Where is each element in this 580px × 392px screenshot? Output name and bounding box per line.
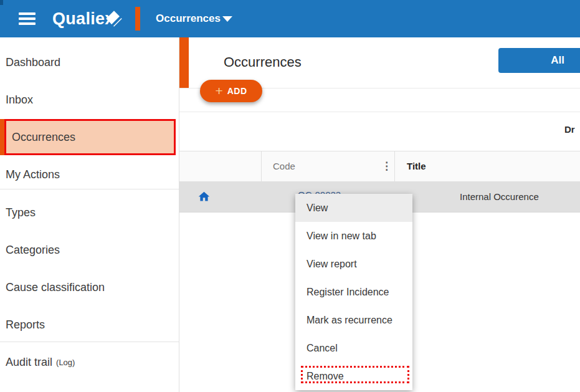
plus-icon: + (215, 84, 222, 97)
selected-item-accent-bar (0, 119, 4, 155)
sidebar-divider (0, 189, 179, 189)
sidebar-item-inbox[interactable]: Inbox (0, 82, 179, 118)
sidebar-item-types[interactable]: Types (0, 194, 179, 231)
header-divider (135, 7, 140, 31)
sidebar-item-occurrences[interactable]: Occurrences (4, 119, 176, 155)
sidebar-item-label: My Actions (6, 168, 60, 181)
column-separator (394, 151, 395, 181)
hamburger-menu-icon[interactable] (19, 12, 36, 25)
sidebar-item-suffix: (Log) (56, 358, 75, 367)
module-selector[interactable]: Occurrences (156, 0, 221, 37)
sidebar-item-dashboard[interactable]: Dashboard (0, 44, 179, 80)
page-accent-bar (179, 37, 189, 88)
home-icon[interactable] (197, 190, 211, 203)
column-header-title[interactable]: Title (407, 151, 426, 181)
context-menu-item-view[interactable]: View (295, 194, 412, 222)
column-header-code[interactable]: Code (273, 151, 295, 181)
sidebar-item-label: Cause classification (6, 281, 105, 294)
sidebar-item-label: Dashboard (6, 56, 60, 69)
corner-notch (0, 0, 3, 5)
sidebar-item-label: Reports (6, 318, 45, 332)
all-filter-button[interactable]: All (498, 48, 580, 73)
top-bar: Qualiex Occurrences (0, 0, 580, 37)
sidebar-item-label: Categories (6, 244, 60, 257)
add-button[interactable]: + ADD (200, 80, 262, 102)
context-menu: View View in new tab View report Registe… (295, 194, 412, 390)
row-title-cell: Internal Occurence (460, 181, 539, 213)
context-menu-item-cancel[interactable]: Cancel (295, 334, 412, 362)
qualiex-logo-icon (106, 11, 122, 27)
sidebar-item-label: Inbox (6, 93, 33, 107)
all-filter-label: All (551, 54, 564, 67)
table-header-row: Code ⋮ Title (179, 151, 580, 182)
sidebar: Dashboard Inbox Occurrences My Actions T… (0, 37, 179, 392)
page-title: Occurrences (224, 54, 302, 70)
context-menu-item-view-in-new-tab[interactable]: View in new tab (295, 222, 412, 250)
sidebar-divider (0, 342, 179, 342)
sidebar-item-categories[interactable]: Categories (0, 232, 179, 268)
context-menu-item-register-incidence[interactable]: Register Incidence (295, 278, 412, 306)
sidebar-item-my-actions[interactable]: My Actions (0, 156, 179, 193)
sidebar-item-label: Types (6, 206, 36, 219)
chevron-down-icon[interactable] (222, 16, 232, 22)
column-separator (261, 151, 262, 181)
sidebar-item-label: Occurrences (12, 131, 75, 144)
context-menu-item-view-report[interactable]: View report (295, 250, 412, 278)
context-menu-item-remove[interactable]: Remove (295, 362, 412, 390)
context-menu-item-mark-as-recurrence[interactable]: Mark as recurrence (295, 306, 412, 334)
app-logo: Qualiex (52, 0, 115, 37)
group-by-hint: Dr (564, 124, 575, 135)
sidebar-item-cause-classification[interactable]: Cause classification (0, 269, 179, 305)
content-divider (179, 112, 580, 112)
add-button-label: ADD (227, 86, 247, 96)
sidebar-item-audit-trail[interactable]: Audit trail (Log) (0, 344, 179, 380)
kebab-menu-icon[interactable]: ⋮ (381, 151, 392, 181)
sidebar-item-label: Audit trail (6, 356, 52, 369)
app-window: Qualiex Occurrences Dashboard Inbox Occu… (0, 0, 580, 392)
sidebar-item-reports[interactable]: Reports (0, 307, 179, 343)
